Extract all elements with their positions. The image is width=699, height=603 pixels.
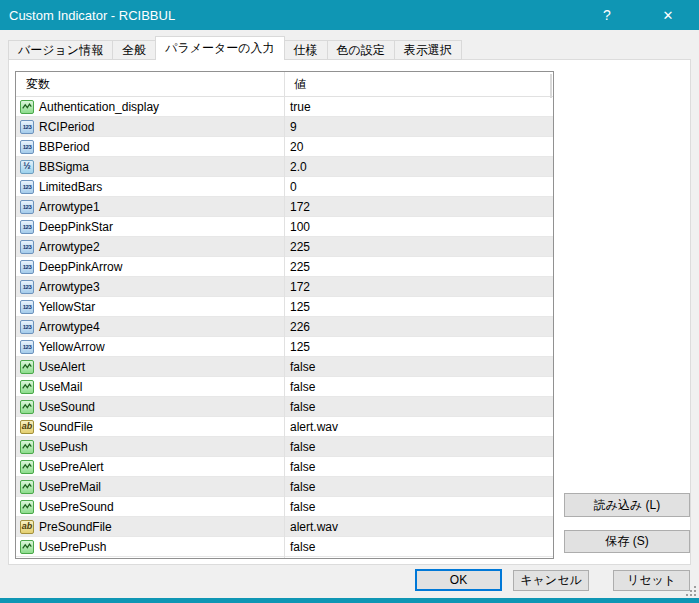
tab-specification[interactable]: 仕様 <box>284 40 328 60</box>
param-name-cell: UseSound <box>16 400 284 414</box>
param-name-cell: 123 YellowArrow <box>16 340 284 354</box>
param-name: YellowStar <box>39 300 95 314</box>
bool-param-icon <box>20 400 34 414</box>
int-param-icon: 123 <box>20 200 34 214</box>
param-value[interactable]: false <box>284 400 553 414</box>
param-name-cell: 123 Arrowtype3 <box>16 280 284 294</box>
param-name-cell: ab SoundFile <box>16 420 284 434</box>
bool-param-icon <box>20 100 34 114</box>
title-bar[interactable]: Custom Indicator - RCIBBUL ? ✕ <box>0 0 699 30</box>
param-name: UsePreAlert <box>39 460 104 474</box>
save-button[interactable]: 保存 (S) <box>564 530 690 553</box>
param-name: UseMail <box>39 380 82 394</box>
param-name: RCIPeriod <box>39 120 94 134</box>
param-name-cell: 123 RCIPeriod <box>16 120 284 134</box>
zigzag-line <box>22 462 32 472</box>
tab-version-info[interactable]: バージョン情報 <box>8 40 113 60</box>
ok-button[interactable]: OK <box>415 569 502 591</box>
param-value[interactable]: 2.0 <box>284 160 553 174</box>
window-title: Custom Indicator - RCIBBUL <box>9 8 175 23</box>
param-value[interactable]: false <box>284 360 553 374</box>
help-button[interactable]: ? <box>577 0 637 30</box>
param-name: BBPeriod <box>39 140 90 154</box>
parameters-table: 変数 値 Authentication_display true 123 RCI… <box>15 71 554 559</box>
string-param-icon: ab <box>20 420 34 434</box>
param-value[interactable]: false <box>284 500 553 514</box>
param-value[interactable]: 20 <box>284 140 553 154</box>
param-name-cell: UsePrePush <box>16 540 284 554</box>
tab-common[interactable]: 全般 <box>112 40 156 60</box>
param-name: Arrowtype3 <box>39 280 100 294</box>
param-value[interactable]: alert.wav <box>284 520 553 534</box>
param-name: Arrowtype2 <box>39 240 100 254</box>
zigzag-line <box>22 442 32 452</box>
param-value[interactable]: 226 <box>284 320 553 334</box>
zigzag-line <box>22 542 32 552</box>
param-value[interactable]: false <box>284 460 553 474</box>
param-name-cell: 123 Arrowtype2 <box>16 240 284 254</box>
reset-button[interactable]: リセット <box>613 570 690 591</box>
param-value[interactable]: false <box>284 380 553 394</box>
int-param-icon: 123 <box>20 320 34 334</box>
inputs-tab-page: 変数 値 Authentication_display true 123 RCI… <box>8 59 691 565</box>
param-name-cell: UsePreAlert <box>16 460 284 474</box>
int-param-icon: 123 <box>20 120 34 134</box>
double-param-icon: ½ <box>20 160 34 174</box>
window-bottom-border <box>0 598 699 603</box>
param-value[interactable]: 0 <box>284 180 553 194</box>
param-name-cell: 123 Arrowtype4 <box>16 320 284 334</box>
bool-param-icon <box>20 540 34 554</box>
param-name: UseAlert <box>39 360 85 374</box>
tab-inputs[interactable]: パラメーターの入力 <box>155 36 284 60</box>
resize-grip[interactable] <box>684 584 696 596</box>
column-divider <box>284 72 285 558</box>
param-name: LimitedBars <box>39 180 102 194</box>
param-name: Arrowtype1 <box>39 200 100 214</box>
param-value[interactable]: false <box>284 480 553 494</box>
bool-param-icon <box>20 480 34 494</box>
param-name: Authentication_display <box>39 100 159 114</box>
value-column-header: 値 <box>284 76 553 93</box>
load-button[interactable]: 読み込み (L) <box>564 493 690 517</box>
param-value[interactable]: 172 <box>284 280 553 294</box>
param-value[interactable]: 225 <box>284 260 553 274</box>
cancel-button[interactable]: キャンセル <box>513 570 589 591</box>
param-value[interactable]: false <box>284 440 553 454</box>
param-value[interactable]: 9 <box>284 120 553 134</box>
param-value[interactable]: 125 <box>284 340 553 354</box>
param-name: YellowArrow <box>39 340 105 354</box>
param-name-cell: 123 LimitedBars <box>16 180 284 194</box>
param-value[interactable]: 125 <box>284 300 553 314</box>
int-param-icon: 123 <box>20 340 34 354</box>
titlebar-buttons: ? ✕ <box>577 0 699 30</box>
param-value[interactable]: 100 <box>284 220 553 234</box>
param-name: UsePush <box>39 440 88 454</box>
param-value[interactable]: 225 <box>284 240 553 254</box>
param-name: BBSigma <box>39 160 89 174</box>
param-name: UsePrePush <box>39 540 106 554</box>
bool-param-icon <box>20 360 34 374</box>
custom-indicator-dialog: { "window": { "title": "Custom Indicator… <box>0 0 699 603</box>
param-value[interactable]: false <box>284 540 553 554</box>
tab-colors[interactable]: 色の設定 <box>327 40 395 60</box>
tab-visualization[interactable]: 表示選択 <box>394 40 462 60</box>
variable-column-header: 変数 <box>16 76 284 93</box>
param-name: PreSoundFile <box>39 520 112 534</box>
param-name: SoundFile <box>39 420 93 434</box>
param-value[interactable]: true <box>284 100 553 114</box>
bool-param-icon <box>20 380 34 394</box>
param-value[interactable]: alert.wav <box>284 420 553 434</box>
param-name-cell: ab PreSoundFile <box>16 520 284 534</box>
zigzag-line <box>22 362 32 372</box>
param-value[interactable]: 172 <box>284 200 553 214</box>
int-param-icon: 123 <box>20 240 34 254</box>
param-name-cell: 123 DeepPinkStar <box>16 220 284 234</box>
zigzag-line <box>22 402 32 412</box>
int-param-icon: 123 <box>20 220 34 234</box>
param-name-cell: 123 Arrowtype1 <box>16 200 284 214</box>
int-param-icon: 123 <box>20 180 34 194</box>
scrollbar-thumb[interactable] <box>550 74 552 98</box>
bool-param-icon <box>20 500 34 514</box>
param-name-cell: UsePreSound <box>16 500 284 514</box>
close-button[interactable]: ✕ <box>637 0 699 30</box>
